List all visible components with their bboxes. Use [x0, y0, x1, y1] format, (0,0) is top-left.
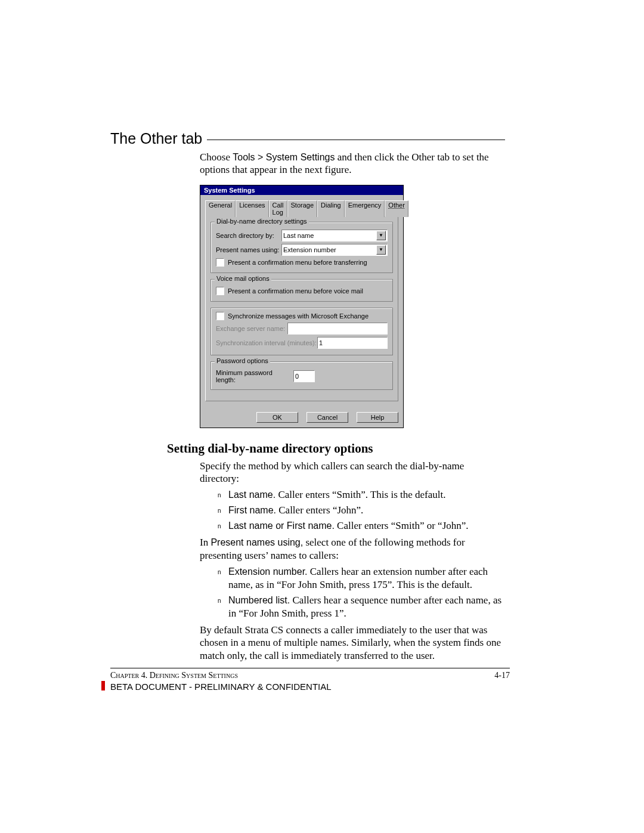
list-item: Last name. Caller enters “Smith”. This i… [218, 488, 504, 501]
min-pwd-input[interactable]: 0 [293, 370, 315, 382]
tab-storage[interactable]: Storage [287, 200, 318, 217]
sync-interval-input[interactable]: 1 [317, 337, 388, 349]
confirm-vm-label: Present a confirmation menu before voice… [228, 287, 363, 295]
list-item: Last name or First name. Caller enters “… [218, 519, 504, 532]
tab-emergency[interactable]: Emergency [345, 200, 385, 217]
footer-beta-notice: BETA DOCUMENT - PRELIMINARY & CONFIDENTI… [110, 682, 510, 692]
menu-path: Tools > System Settings [233, 152, 335, 162]
search-directory-label: Search directory by: [216, 232, 281, 239]
sync-interval-label: Synchronization interval (minutes): [216, 339, 317, 346]
present-names-combo[interactable]: Extension number ▼ [281, 244, 388, 256]
confirm-vm-checkbox[interactable] [216, 287, 224, 295]
group-pwd-legend: Password options [215, 357, 270, 364]
present-names-label: Present names using: [216, 246, 281, 253]
present-names-paragraph: In Present names using, select one of th… [200, 536, 504, 562]
ok-button[interactable]: OK [256, 412, 298, 423]
revision-bar-icon [101, 681, 105, 690]
list-item: Numbered list. Callers hear a sequence n… [218, 594, 504, 620]
tab-call-log[interactable]: Call Log [269, 200, 287, 217]
group-password: Password options Minimum password length… [210, 361, 393, 390]
tab-general[interactable]: General [205, 200, 236, 217]
confirm-transfer-label: Present a confirmation menu before trans… [228, 259, 367, 266]
sync-exchange-checkbox[interactable] [216, 312, 224, 320]
search-method-list: Last name. Caller enters “Smith”. This i… [218, 488, 504, 532]
tab-strip: General Licenses Call Log Storage Dialin… [205, 200, 398, 216]
confirm-transfer-checkbox[interactable] [216, 258, 224, 267]
present-method-list: Extension number. Callers hear an extens… [218, 565, 504, 620]
group-dial-by-name: Dial-by-name directory settings Search d… [210, 222, 393, 273]
exchange-server-label: Exchange server name: [216, 325, 287, 332]
dialog-title: System Settings [200, 185, 403, 195]
page-footer: Chapter 4. Defining System Settings 4-17… [110, 668, 510, 692]
subsection-heading: Setting dial-by-name directory options [167, 441, 510, 456]
min-pwd-label: Minimum password length: [216, 369, 293, 383]
cancel-button[interactable]: Cancel [306, 412, 348, 423]
heading-text: The Other tab [110, 130, 202, 147]
tab-licenses[interactable]: Licenses [236, 200, 268, 217]
list-item: First name. Caller enters “John”. [218, 504, 504, 517]
default-behavior-paragraph: By default Strata CS connects a caller i… [200, 624, 504, 662]
help-button[interactable]: Help [357, 412, 398, 423]
group-dial-legend: Dial-by-name directory settings [215, 218, 309, 225]
list-item: Extension number. Callers hear an extens… [218, 565, 504, 592]
section-heading: The Other tab [110, 130, 510, 147]
chevron-down-icon[interactable]: ▼ [376, 231, 386, 240]
system-settings-dialog: System Settings General Licenses Call Lo… [200, 185, 404, 428]
search-directory-combo[interactable]: Last name ▼ [281, 230, 388, 241]
group-voice-mail: Voice mail options Present a confirmatio… [210, 279, 393, 302]
sub-intro: Specify the method by which callers can … [200, 460, 504, 485]
exchange-server-input[interactable] [287, 323, 388, 335]
sync-exchange-label: Synchronize messages with Microsoft Exch… [228, 312, 369, 320]
footer-chapter: Chapter 4. Defining System Settings [110, 671, 238, 680]
footer-page-number: 4-17 [494, 671, 510, 680]
group-vm-legend: Voice mail options [215, 275, 271, 282]
tab-other[interactable]: Other [385, 200, 408, 217]
chevron-down-icon[interactable]: ▼ [376, 245, 386, 255]
intro-paragraph: Choose Tools > System Settings and then … [200, 151, 504, 176]
group-exchange-sync: Synchronize messages with Microsoft Exch… [210, 308, 393, 355]
tab-dialing[interactable]: Dialing [317, 200, 345, 217]
